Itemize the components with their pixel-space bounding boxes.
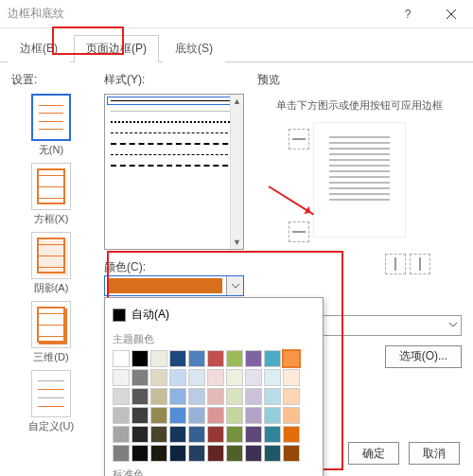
options-button[interactable]: 选项(O)... — [385, 345, 462, 368]
theme-swatch[interactable] — [188, 388, 205, 405]
theme-swatch[interactable] — [283, 388, 300, 405]
theme-swatch[interactable] — [245, 445, 262, 462]
theme-swatch[interactable] — [150, 369, 167, 386]
theme-swatch[interactable] — [207, 407, 224, 424]
setting-shadow[interactable]: 阴影(A) — [11, 232, 91, 295]
edge-bottom-button[interactable] — [289, 221, 309, 242]
tab-borders[interactable]: 边框(B) — [8, 35, 70, 62]
theme-color-grid — [111, 348, 317, 464]
setting-custom[interactable]: 自定义(U) — [11, 370, 91, 433]
style-label: 样式(Y): — [104, 72, 244, 88]
theme-swatch[interactable] — [207, 369, 224, 386]
theme-swatch[interactable] — [264, 426, 281, 443]
theme-swatch[interactable] — [113, 388, 130, 405]
cancel-button[interactable]: 取消 — [409, 442, 460, 465]
standard-colors-header: 标准色 — [111, 464, 317, 476]
help-button[interactable]: ? — [386, 0, 429, 28]
tab-strip: 边框(B) 页面边框(P) 底纹(S) — [0, 28, 473, 62]
theme-swatch[interactable] — [264, 407, 281, 424]
preview-description: 单击下方图示或使用按钮可应用边框 — [257, 97, 462, 114]
theme-swatch[interactable] — [150, 407, 167, 424]
scroll-up-button[interactable]: ▲ — [231, 95, 243, 108]
theme-swatch[interactable] — [188, 407, 205, 424]
chevron-down-icon — [449, 323, 457, 327]
theme-swatch[interactable] — [264, 369, 281, 386]
theme-swatch[interactable] — [169, 426, 186, 443]
theme-swatch[interactable] — [113, 350, 130, 367]
theme-swatch[interactable] — [207, 388, 224, 405]
color-auto[interactable]: 自动(A) — [111, 304, 317, 328]
theme-swatch[interactable] — [226, 407, 243, 424]
theme-swatch[interactable] — [113, 445, 130, 462]
close-button[interactable] — [429, 0, 473, 28]
theme-swatch[interactable] — [264, 350, 281, 367]
edge-top-button[interactable] — [289, 129, 309, 150]
theme-swatch[interactable] — [169, 407, 186, 424]
theme-swatch[interactable] — [283, 350, 300, 367]
theme-swatch[interactable] — [245, 426, 262, 443]
theme-swatch[interactable] — [113, 407, 130, 424]
theme-swatch[interactable] — [131, 350, 149, 367]
theme-swatch[interactable] — [131, 407, 149, 424]
theme-swatch[interactable] — [188, 445, 205, 462]
theme-swatch[interactable] — [264, 388, 281, 405]
theme-swatch[interactable] — [283, 407, 300, 424]
theme-swatch[interactable] — [131, 426, 149, 443]
color-label: 颜色(C): — [104, 260, 146, 273]
theme-swatch[interactable] — [131, 369, 149, 386]
theme-swatch[interactable] — [150, 350, 167, 367]
theme-swatch[interactable] — [188, 350, 205, 367]
theme-colors-header: 主题颜色 — [111, 328, 317, 348]
setting-box[interactable]: 方框(X) — [11, 163, 91, 226]
settings-label: 设置: — [11, 72, 91, 88]
setting-three-d[interactable]: 三维(D) — [11, 301, 91, 364]
style-listbox[interactable]: ▲ ▼ — [104, 94, 244, 250]
preview-label: 预览 — [257, 72, 462, 88]
theme-swatch[interactable] — [113, 369, 130, 386]
auto-color-swatch — [113, 309, 126, 322]
color-dropdown[interactable]: 自动(A) 主题颜色 标准色 其他颜色(M)... — [104, 275, 244, 296]
tab-page-border[interactable]: 页面边框(P) — [74, 35, 159, 62]
edge-right-button[interactable] — [410, 254, 430, 274]
ok-button[interactable]: 确定 — [348, 442, 399, 465]
theme-swatch[interactable] — [169, 350, 186, 367]
theme-swatch[interactable] — [226, 369, 243, 386]
dialog-title: 边框和底纹 — [8, 6, 64, 22]
color-popup: 自动(A) 主题颜色 标准色 其他颜色(M)... — [104, 297, 324, 476]
theme-swatch[interactable] — [207, 426, 224, 443]
tab-shading[interactable]: 底纹(S) — [163, 35, 225, 62]
setting-none[interactable]: 无(N) — [11, 94, 91, 157]
theme-swatch[interactable] — [207, 445, 224, 462]
theme-swatch[interactable] — [207, 350, 224, 367]
theme-swatch[interactable] — [283, 369, 300, 386]
theme-swatch[interactable] — [245, 369, 262, 386]
scroll-down-button[interactable]: ▼ — [231, 236, 243, 249]
theme-swatch[interactable] — [245, 350, 262, 367]
theme-swatch[interactable] — [150, 388, 167, 405]
selected-color-swatch — [109, 278, 222, 293]
edge-left-button[interactable] — [385, 254, 406, 274]
theme-swatch[interactable] — [226, 426, 243, 443]
theme-swatch[interactable] — [169, 388, 186, 405]
theme-swatch[interactable] — [226, 445, 243, 462]
theme-swatch[interactable] — [226, 388, 243, 405]
theme-swatch[interactable] — [188, 369, 205, 386]
theme-swatch[interactable] — [226, 350, 243, 367]
theme-swatch[interactable] — [283, 426, 300, 443]
theme-swatch[interactable] — [283, 445, 300, 462]
theme-swatch[interactable] — [188, 426, 205, 443]
theme-swatch[interactable] — [150, 426, 167, 443]
theme-swatch[interactable] — [245, 407, 262, 424]
theme-swatch[interactable] — [245, 388, 262, 405]
theme-swatch[interactable] — [131, 445, 149, 462]
theme-swatch[interactable] — [264, 445, 281, 462]
chevron-down-icon[interactable] — [226, 276, 243, 295]
theme-swatch[interactable] — [169, 445, 186, 462]
theme-swatch[interactable] — [113, 426, 130, 443]
theme-swatch[interactable] — [150, 445, 167, 462]
theme-swatch[interactable] — [169, 369, 186, 386]
theme-swatch[interactable] — [131, 388, 149, 405]
